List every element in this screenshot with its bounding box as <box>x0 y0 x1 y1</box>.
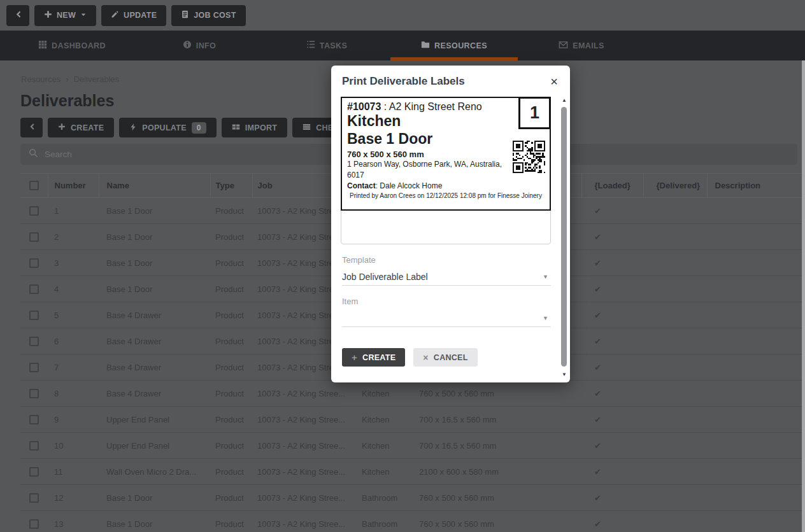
qr-code <box>513 141 545 173</box>
cell-name: Base 4 Drawer <box>99 354 210 381</box>
row-checkbox[interactable] <box>29 284 39 294</box>
table-row[interactable]: 9 Upper End Panel Product 10073 - A2 Kin… <box>20 407 805 433</box>
breadcrumb-deliverables[interactable]: Deliverables <box>73 74 119 84</box>
tab-dashboard[interactable]: DASHBOARD <box>8 31 136 60</box>
label-preview: #10073 : A2 King Street Reno Kitchen Bas… <box>341 97 551 211</box>
breadcrumb-resources[interactable]: Resources <box>21 74 61 84</box>
close-icon: × <box>423 353 428 363</box>
create-button[interactable]: CREATE <box>48 118 114 137</box>
cell-loaded checkmark-icon: ✔ <box>581 250 643 276</box>
scroll-down-icon[interactable]: ▼ <box>560 372 568 377</box>
page-scrollbar[interactable] <box>802 60 805 532</box>
document-icon <box>181 10 189 20</box>
tab-info[interactable]: INFO <box>136 31 263 60</box>
new-button[interactable]: NEW <box>34 5 96 26</box>
cell-job: 10073 - A2 King Stree... <box>252 381 357 407</box>
list-back-button[interactable] <box>20 118 43 137</box>
table-row[interactable]: 8 Base 4 Drawer Product 10073 - A2 King … <box>20 381 805 407</box>
cell-name: Upper End Panel <box>99 433 210 459</box>
row-checkbox[interactable] <box>29 389 39 398</box>
tasks-icon <box>306 40 315 51</box>
cell-type: Product <box>210 459 252 485</box>
scrollbar-thumb[interactable] <box>561 107 567 367</box>
modal-cancel-button[interactable]: × CANCEL <box>413 348 477 367</box>
header-name[interactable]: Name <box>99 174 210 198</box>
row-checkbox[interactable] <box>29 363 39 372</box>
update-button[interactable]: UPDATE <box>101 5 166 26</box>
cell-description <box>707 224 805 250</box>
template-select[interactable]: Job Deliverable Label ▼ <box>342 269 551 286</box>
cell-number: 12 <box>48 485 99 511</box>
cell-number: 10 <box>48 433 99 459</box>
lightning-icon <box>129 123 137 133</box>
tab-resources-label: RESOURCES <box>434 41 487 50</box>
cell-fragment <box>560 459 581 485</box>
cell-number: 8 <box>48 381 99 407</box>
tab-info-label: INFO <box>196 41 216 50</box>
item-select[interactable]: ▼ <box>342 310 551 327</box>
table-row[interactable]: 10 Upper End Panel Product 10073 - A2 Ki… <box>20 433 805 459</box>
back-button[interactable] <box>6 5 29 26</box>
label-job-name: A2 King Street Reno <box>389 101 482 112</box>
cell-type: Product <box>210 302 252 328</box>
row-checkbox[interactable] <box>29 206 39 216</box>
import-button[interactable]: IMPORT <box>222 118 287 137</box>
row-checkbox[interactable] <box>29 441 39 451</box>
cell-delivered <box>643 224 707 250</box>
cell-number: 13 <box>48 511 99 532</box>
new-button-label: NEW <box>57 11 76 20</box>
row-checkbox[interactable] <box>29 415 39 424</box>
cell-job: 10073 - A2 King Stree... <box>252 433 357 459</box>
modal-create-button[interactable]: + CREATE <box>342 348 405 367</box>
row-checkbox[interactable] <box>29 232 39 242</box>
cell-delivered <box>643 459 707 485</box>
job-cost-button[interactable]: JOB COST <box>171 5 245 26</box>
search-icon <box>29 148 38 160</box>
header-delivered[interactable]: {Delivered} <box>643 174 707 198</box>
plus-icon <box>44 10 52 20</box>
scroll-up-icon[interactable]: ▲ <box>560 97 568 103</box>
cell-description <box>707 433 805 459</box>
row-checkbox[interactable] <box>29 519 39 529</box>
row-checkbox[interactable] <box>29 258 39 268</box>
populate-count-badge: 0 <box>192 122 206 134</box>
tab-emails[interactable]: EMAILS <box>518 31 645 60</box>
table-row[interactable]: 12 Base 1 Door Product 10073 - A2 King S… <box>20 485 805 511</box>
header-description[interactable]: Description <box>707 174 805 198</box>
table-row[interactable]: 13 Base 1 Door Product 10073 - A2 King S… <box>20 511 805 532</box>
cell-delivered <box>643 328 707 354</box>
info-icon <box>183 40 192 51</box>
cell-loaded checkmark-icon: ✔ <box>581 354 643 381</box>
job-cost-button-label: JOB COST <box>194 11 236 20</box>
close-icon[interactable]: × <box>550 75 558 88</box>
cell-type: Product <box>210 407 252 433</box>
cell-dimensions: 700 x 16.5 x 560 mm <box>414 433 560 459</box>
cell-description <box>707 459 805 485</box>
populate-button[interactable]: POPULATE 0 <box>119 118 217 137</box>
cell-description <box>707 381 805 407</box>
cell-type: Product <box>210 250 252 276</box>
row-checkbox[interactable] <box>29 493 39 503</box>
row-select-cell <box>20 302 48 328</box>
cell-loaded checkmark-icon: ✔ <box>581 381 643 407</box>
cell-type: Product <box>210 276 252 302</box>
cell-number: 7 <box>48 354 99 381</box>
label-preview-panel: #10073 : A2 King Street Reno Kitchen Bas… <box>341 97 551 244</box>
row-select-cell <box>20 328 48 354</box>
cell-number: 5 <box>48 302 99 328</box>
row-checkbox[interactable] <box>29 311 39 320</box>
header-number[interactable]: Number <box>48 174 99 198</box>
select-all-checkbox[interactable] <box>29 181 39 190</box>
tab-dashboard-label: DASHBOARD <box>52 41 106 50</box>
row-select-cell <box>20 354 48 381</box>
breadcrumb-separator: › <box>66 74 68 84</box>
tab-resources[interactable]: RESOURCES <box>390 31 518 60</box>
row-checkbox[interactable] <box>29 337 39 346</box>
tab-tasks[interactable]: TASKS <box>263 31 390 60</box>
row-checkbox[interactable] <box>29 467 39 477</box>
table-row[interactable]: 11 Wall Oven Micro 2 Dra... Product 1007… <box>20 459 805 485</box>
plus-icon: + <box>352 352 357 363</box>
header-loaded[interactable]: {Loaded} <box>581 174 643 198</box>
cell-job: 10073 - A2 King Stree... <box>252 459 357 485</box>
header-type[interactable]: Type <box>210 174 252 198</box>
